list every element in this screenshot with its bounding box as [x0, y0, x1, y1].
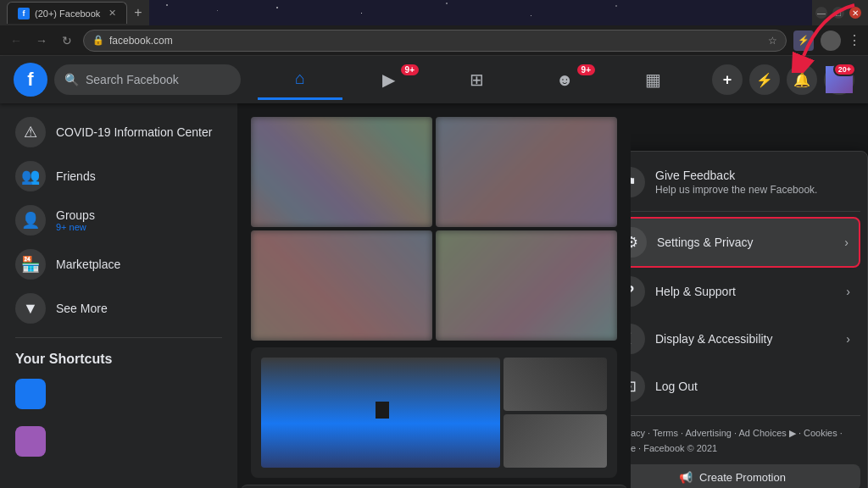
dropdown-footer: Privacy · Terms · Advertising · Ad Choic…: [631, 421, 860, 461]
store-icon: ⊞: [470, 69, 484, 90]
shortcut-2[interactable]: [7, 421, 231, 462]
dropdown-help-support[interactable]: ? Help & Support ›: [631, 268, 860, 315]
create-button[interactable]: +: [712, 64, 743, 95]
messenger-button[interactable]: ⚡: [749, 64, 780, 95]
search-icon: 🔍: [64, 73, 79, 86]
video-badge: 9+: [401, 64, 419, 75]
sidebar-item-see-more[interactable]: ▼ See More: [7, 286, 231, 330]
account-menu-button[interactable]: 20+: [824, 64, 854, 95]
forward-button[interactable]: →: [32, 31, 51, 50]
help-support-title: Help & Support: [655, 285, 836, 298]
tab-title: (20+) Facebook: [35, 8, 100, 19]
notifications-button[interactable]: 🔔: [787, 64, 817, 95]
browser-profile-icon[interactable]: [821, 30, 841, 51]
active-tab[interactable]: f (20+) Facebook ✕: [7, 2, 127, 24]
covid-icon: ⚠: [15, 117, 46, 147]
plus-icon: +: [723, 71, 732, 89]
close-button[interactable]: ✕: [849, 7, 861, 19]
nav-home[interactable]: ⌂: [258, 59, 342, 100]
nav-store[interactable]: ⊞: [434, 59, 519, 100]
see-more-icon: ▼: [15, 293, 46, 324]
sidebar-item-friends[interactable]: 👥 Friends: [7, 154, 231, 198]
nav-gaming[interactable]: ▦: [610, 59, 695, 100]
sidebar-see-more-label: See More: [56, 302, 108, 315]
settings-privacy-title: Settings & Privacy: [657, 236, 834, 249]
video-icon: ▶: [382, 69, 395, 90]
bell-icon: 🔔: [793, 72, 810, 88]
menu-dots[interactable]: ⋮: [848, 32, 861, 48]
dropdown-log-out[interactable]: ⊡ Log Out: [631, 363, 860, 410]
fb-logo[interactable]: f: [14, 63, 47, 97]
nav-video[interactable]: ▶ 9+: [346, 59, 431, 100]
home-icon: ⌂: [295, 69, 305, 88]
extensions-icon[interactable]: ⚡: [793, 30, 814, 51]
groups-nav-icon: ☻: [555, 70, 573, 90]
groups-icon: 👤: [15, 205, 46, 236]
shortcut-1[interactable]: [7, 374, 231, 414]
help-icon: ?: [631, 276, 645, 307]
tab-close-button[interactable]: ✕: [108, 8, 116, 19]
fb-sidebar: ⚠ COVID-19 Information Center 👥 Friends …: [0, 103, 237, 488]
tab-bar: f (20+) Facebook ✕ + — □ ✕: [0, 0, 868, 25]
sidebar-item-marketplace[interactable]: 🏪 Marketplace: [7, 242, 231, 286]
facebook-app: f 🔍 Search Facebook ⌂ ▶ 9+ ⊞ ☻ 9+ ▦: [0, 56, 868, 488]
create-promotion-button[interactable]: 📢 Create Promotion: [631, 464, 860, 488]
dropdown-settings-privacy[interactable]: ⚙ Settings & Privacy ›: [631, 217, 860, 268]
feed-image-4: [436, 230, 617, 341]
megaphone-icon: 📢: [679, 471, 693, 484]
dropdown-display-accessibility[interactable]: ☾ Display & Accessibility ›: [631, 315, 860, 363]
sidebar-groups-text: Groups 9+ new: [56, 208, 95, 232]
marketplace-icon: 🏪: [15, 249, 46, 280]
display-accessibility-title: Display & Accessibility: [655, 332, 836, 346]
groups-badge: 9+: [577, 64, 595, 75]
give-feedback-icon: ⚑: [631, 167, 645, 197]
settings-privacy-text: Settings & Privacy: [657, 236, 834, 249]
minimize-button[interactable]: —: [815, 7, 827, 19]
sidebar-friends-label: Friends: [56, 169, 96, 183]
nav-groups[interactable]: ☻ 9+: [522, 59, 607, 100]
messenger-icon: ⚡: [756, 72, 773, 88]
feed-image-1: [251, 117, 432, 227]
fb-right-panel: ⚑ Give Feedback Help us improve the new …: [631, 103, 868, 488]
sidebar-groups-badge: 9+ new: [56, 222, 95, 232]
sidebar-groups-label: Groups: [56, 208, 95, 222]
feed-images-grid: [251, 117, 617, 341]
browser-frame: f (20+) Facebook ✕ + — □ ✕ ← → ↻ 🔒 faceb…: [0, 0, 868, 56]
lock-icon: 🔒: [92, 35, 104, 46]
fb-nav-right: + ⚡ 🔔 20+: [712, 64, 854, 95]
new-tab-button[interactable]: +: [131, 5, 145, 20]
help-arrow-icon: ›: [846, 285, 850, 298]
display-accessibility-text: Display & Accessibility: [655, 332, 836, 346]
shortcut-1-icon: [15, 379, 46, 409]
gaming-icon: ▦: [645, 69, 661, 90]
give-feedback-title: Give Feedback: [655, 169, 850, 182]
sidebar-marketplace-label: Marketplace: [56, 258, 120, 271]
url-text: facebook.com: [109, 35, 173, 47]
log-out-title: Log Out: [655, 380, 850, 393]
fb-search-bar[interactable]: 🔍 Search Facebook: [54, 64, 241, 95]
display-icon: ☾: [631, 324, 645, 354]
back-button[interactable]: ←: [7, 31, 25, 50]
address-bar-row: ← → ↻ 🔒 facebook.com ☆ ⚡ ⋮: [0, 25, 868, 56]
maximize-button[interactable]: □: [832, 7, 844, 19]
display-arrow-icon: ›: [846, 332, 850, 346]
fb-feed: 📹 Live Video 🖼 Photo/Video 😊 Feeling/Act…: [237, 103, 631, 488]
dropdown-divider-1: [631, 211, 860, 212]
friends-icon: 👥: [15, 161, 46, 191]
fb-nav-center: ⌂ ▶ 9+ ⊞ ☻ 9+ ▦: [241, 59, 712, 100]
dropdown-divider-2: [631, 415, 860, 416]
help-support-text: Help & Support: [655, 285, 836, 298]
star-icon[interactable]: ☆: [768, 35, 777, 47]
fb-navbar: f 🔍 Search Facebook ⌂ ▶ 9+ ⊞ ☻ 9+ ▦: [0, 56, 868, 103]
log-out-text: Log Out: [655, 380, 850, 393]
fb-bottom-bar: 📹 Live Video 🖼 Photo/Video 😊 Feeling/Act…: [241, 485, 627, 488]
sidebar-item-covid[interactable]: ⚠ COVID-19 Information Center: [7, 110, 231, 154]
dropdown-give-feedback[interactable]: ⚑ Give Feedback Help us improve the new …: [631, 158, 860, 206]
refresh-button[interactable]: ↻: [58, 31, 76, 50]
create-promo-label: Create Promotion: [699, 471, 786, 484]
sidebar-item-groups[interactable]: 👤 Groups 9+ new: [7, 198, 231, 242]
post-card-1: [251, 347, 617, 478]
footer-links: Privacy · Terms · Advertising · Ad Choic…: [631, 428, 843, 453]
address-bar[interactable]: 🔒 facebook.com ☆: [83, 30, 787, 52]
account-dropdown: ⚑ Give Feedback Help us improve the new …: [631, 151, 868, 488]
